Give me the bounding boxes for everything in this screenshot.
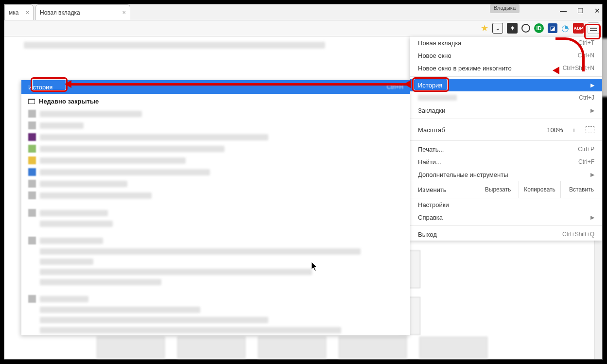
- menu-settings[interactable]: Настройки: [410, 198, 602, 211]
- menu-history[interactable]: История ▶: [410, 79, 602, 91]
- pocket-icon[interactable]: ⌄: [492, 23, 503, 34]
- close-window-icon[interactable]: ✕: [594, 7, 600, 15]
- submenu-arrow-icon: ▶: [590, 107, 594, 114]
- zoom-value: 100%: [543, 126, 567, 134]
- menu-item-label: Выход: [418, 231, 437, 238]
- zoom-out-button[interactable]: −: [529, 126, 543, 134]
- history-entry[interactable]: [21, 246, 410, 257]
- menu-item-label: Новая вкладка: [418, 39, 462, 47]
- cut-button[interactable]: Вырезать: [477, 181, 519, 198]
- history-submenu: История Ctrl+H Недавно закрытые: [21, 80, 410, 335]
- thumbnail[interactable]: [177, 337, 245, 358]
- drop-icon[interactable]: ◔: [561, 23, 569, 34]
- menu-downloads[interactable]: Ctrl+J: [410, 91, 602, 104]
- edit-label: Изменить: [410, 181, 477, 198]
- contrast-icon[interactable]: [521, 24, 530, 33]
- menu-button[interactable]: [588, 22, 599, 34]
- shortcut-label: Ctrl+F: [578, 158, 594, 165]
- section-title-label: Недавно закрытые: [39, 98, 99, 105]
- history-entry[interactable]: [21, 293, 410, 305]
- id-extension-icon[interactable]: ID: [534, 23, 544, 33]
- menu-separator: [410, 225, 602, 226]
- menu-help[interactable]: Справка ▶: [410, 211, 602, 224]
- shortcut-label: Ctrl+P: [578, 146, 594, 153]
- menu-edit-row: Изменить Вырезать Копировать Вставить: [410, 181, 602, 198]
- main-menu: Новая вкладка Ctrl+T Новое окно Ctrl+N Н…: [410, 36, 602, 241]
- menu-zoom: Масштаб − 100% +: [410, 121, 602, 139]
- history-entry[interactable]: [21, 131, 410, 143]
- evernote-icon[interactable]: ✶: [507, 23, 518, 34]
- adblock-icon[interactable]: ABP: [573, 23, 584, 34]
- toolbar: ★ ⌄ ✶ ID ◪ ◔ ABP: [4, 20, 602, 36]
- history-entry[interactable]: [21, 315, 410, 325]
- copy-button[interactable]: Копировать: [519, 181, 560, 198]
- history-entry[interactable]: [21, 190, 410, 201]
- mouse-cursor-icon: [312, 262, 319, 274]
- submenu-history-header[interactable]: История Ctrl+H: [21, 80, 410, 94]
- history-entry[interactable]: [21, 235, 410, 246]
- menu-item-label: Закладки: [418, 107, 445, 114]
- history-entry[interactable]: [21, 277, 410, 287]
- thumbnail[interactable]: [97, 337, 165, 358]
- menu-item-label: Найти...: [418, 158, 441, 166]
- history-entry[interactable]: [21, 155, 410, 166]
- thumbnail[interactable]: [419, 337, 487, 358]
- submenu-arrow-icon: ▶: [590, 172, 594, 178]
- minimize-icon[interactable]: —: [560, 7, 567, 15]
- menu-item-label: [418, 95, 457, 101]
- history-entry[interactable]: [21, 166, 410, 178]
- shortcut-label: Ctrl+T: [578, 39, 594, 46]
- menu-separator: [410, 140, 602, 141]
- history-entry[interactable]: [21, 207, 410, 219]
- fullscreen-icon[interactable]: [586, 126, 594, 133]
- folder-icon: [28, 99, 35, 104]
- menu-item-label: Новое окно в режиме инкогнито: [418, 65, 512, 72]
- menu-new-tab[interactable]: Новая вкладка Ctrl+T: [410, 36, 602, 49]
- profile-badge[interactable]: Владыка: [490, 4, 520, 13]
- menu-more-tools[interactable]: Дополнительные инструменты ▶: [410, 168, 602, 181]
- bookmark-star-icon[interactable]: ★: [481, 23, 488, 34]
- history-entry[interactable]: [21, 120, 410, 131]
- shortcut-label: Ctrl+Shift+N: [563, 65, 594, 71]
- submenu-title: История: [28, 84, 52, 91]
- shortcut-label: Ctrl+H: [387, 84, 403, 90]
- menu-item-label: История: [418, 82, 442, 89]
- close-tab-icon[interactable]: ×: [25, 9, 29, 16]
- history-entry[interactable]: [21, 219, 410, 229]
- thumbnail[interactable]: [258, 337, 326, 358]
- menu-new-window[interactable]: Новое окно Ctrl+N: [410, 49, 602, 62]
- history-entry[interactable]: [21, 178, 410, 190]
- menu-incognito[interactable]: Новое окно в режиме инкогнито Ctrl+Shift…: [410, 62, 602, 74]
- zoom-label: Масштаб: [418, 126, 529, 134]
- history-entry[interactable]: [21, 257, 410, 267]
- submenu-arrow-icon: ▶: [590, 82, 594, 88]
- history-entry[interactable]: [21, 305, 410, 315]
- menu-find[interactable]: Найти... Ctrl+F: [410, 156, 602, 168]
- menu-bookmarks[interactable]: Закладки ▶: [410, 104, 602, 117]
- shortcut-label: Ctrl+J: [579, 94, 594, 101]
- tab-1[interactable]: мка ×: [4, 4, 34, 20]
- blue-extension-icon[interactable]: ◪: [548, 23, 557, 33]
- shortcut-label: Ctrl+N: [578, 52, 594, 59]
- tab-1-label: мка: [9, 9, 18, 16]
- history-entry[interactable]: [21, 267, 410, 277]
- history-entry[interactable]: [21, 325, 410, 335]
- tab-strip: мка × Новая вкладка × Владыка — ☐ ✕: [4, 4, 602, 20]
- paste-button[interactable]: Вставить: [560, 181, 602, 198]
- tab-2-label: Новая вкладка: [40, 9, 80, 16]
- menu-exit[interactable]: Выход Ctrl+Shift+Q: [410, 228, 602, 241]
- zoom-in-button[interactable]: +: [567, 126, 581, 134]
- menu-separator: [410, 76, 602, 77]
- thumbnail[interactable]: [339, 337, 407, 358]
- extension-icons: ★ ⌄ ✶ ID ◪ ◔ ABP: [481, 22, 599, 34]
- close-tab-icon[interactable]: ×: [122, 9, 126, 16]
- submenu-arrow-icon: ▶: [590, 214, 594, 221]
- maximize-icon[interactable]: ☐: [577, 7, 584, 15]
- history-entry[interactable]: [21, 143, 410, 155]
- tab-2-new-tab[interactable]: Новая вкладка ×: [35, 4, 130, 20]
- menu-print[interactable]: Печать... Ctrl+P: [410, 143, 602, 156]
- menu-separator: [410, 119, 602, 119]
- menu-item-label: Печать...: [418, 146, 444, 153]
- history-entry[interactable]: [21, 108, 410, 120]
- blurred-content: [24, 38, 398, 52]
